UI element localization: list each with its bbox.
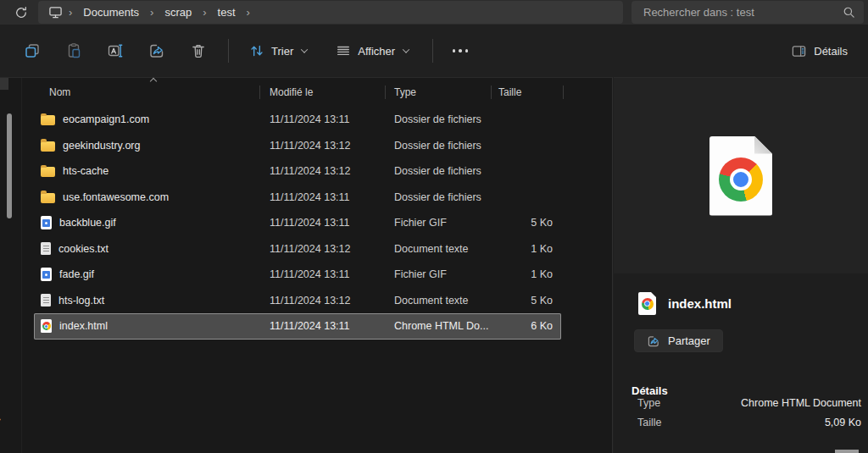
scroll-track-corner: [0, 78, 8, 90]
column-divider[interactable]: [385, 86, 386, 99]
details-section-title: Détails: [632, 384, 868, 397]
file-row-eocampaign1[interactable]: eocampaign1.com 11/11/2024 13:11 Dossier…: [34, 107, 561, 133]
file-row-hts-cache[interactable]: hts-cache 11/11/2024 13:12 Dossier de fi…: [34, 158, 561, 185]
file-name: hts-log.txt: [58, 295, 104, 307]
file-list-pane: Nom Modifié le Type Taille eocampaign1.c…: [0, 77, 613, 453]
column-divider[interactable]: [563, 86, 564, 99]
column-header-name[interactable]: Nom: [34, 86, 260, 98]
file-type: Chrome HTML Do...: [386, 320, 492, 332]
view-icon: [336, 43, 351, 58]
file-modified: 11/11/2024 13:12: [260, 243, 386, 255]
file-name: geekindustry.org: [63, 140, 141, 152]
chevron-right-icon: [198, 6, 210, 19]
sort-icon: [249, 43, 264, 58]
share-file-button[interactable]: Partager: [634, 329, 723, 352]
column-header-size[interactable]: Taille: [492, 86, 564, 98]
column-divider[interactable]: [259, 86, 260, 99]
share-button[interactable]: [142, 36, 172, 66]
column-header-modified[interactable]: Modifié le: [260, 86, 386, 98]
text-file-icon: [41, 242, 51, 255]
file-size: 5 Ko: [492, 217, 561, 229]
file-size: 1 Ko: [492, 243, 561, 255]
details-panel-icon: [791, 43, 807, 59]
folder-icon: [41, 167, 55, 177]
file-row-fade[interactable]: fade.gif 11/11/2024 13:11 Fichier GIF 1 …: [34, 262, 561, 288]
file-row-index-html-selected[interactable]: index.html 11/11/2024 13:11 Chrome HTML …: [34, 313, 561, 340]
refresh-icon: [14, 6, 28, 19]
command-toolbar: Trier Afficher Détails: [0, 25, 868, 77]
chrome-logo-icon: [719, 157, 763, 202]
column-divider[interactable]: [491, 86, 492, 99]
more-options-button[interactable]: [445, 36, 476, 66]
detail-row-type: Type Chrome HTML Document: [637, 397, 861, 417]
share-icon: [148, 42, 165, 59]
file-preview: [614, 78, 868, 273]
file-row-geekindustry[interactable]: geekindustry.org 11/11/2024 13:12 Dossie…: [34, 133, 561, 159]
chevron-right-icon: [64, 6, 76, 19]
chrome-html-icon: [638, 292, 656, 315]
vertical-scrollbar[interactable]: [7, 113, 12, 218]
file-modified: 11/11/2024 13:11: [260, 268, 386, 280]
search-icon[interactable]: [843, 6, 855, 19]
file-modified: 11/11/2024 13:12: [260, 140, 386, 152]
file-type: Fichier GIF: [386, 268, 492, 280]
file-row-hts-log[interactable]: hts-log.txt 11/11/2024 13:12 Document te…: [34, 288, 561, 314]
file-list: eocampaign1.com 11/11/2024 13:11 Dossier…: [34, 107, 561, 340]
chrome-html-icon: [41, 319, 52, 333]
delete-icon: [190, 42, 207, 59]
sort-dropdown[interactable]: Trier: [241, 36, 315, 66]
chevron-right-icon: [242, 6, 254, 19]
file-type: Document texte: [386, 295, 492, 307]
file-size: 5 Ko: [492, 295, 561, 307]
file-row-cookies[interactable]: cookies.txt 11/11/2024 13:12 Document te…: [34, 236, 561, 262]
file-modified: 11/11/2024 13:12: [260, 165, 386, 177]
file-name: fade.gif: [59, 268, 94, 280]
paste-button[interactable]: [58, 36, 89, 66]
file-type: Dossier de fichiers: [386, 165, 492, 177]
view-label: Afficher: [358, 45, 395, 58]
column-header-type[interactable]: Type: [386, 86, 492, 98]
file-row-backblue[interactable]: backblue.gif 11/11/2024 13:11 Fichier GI…: [34, 210, 561, 236]
detail-size-value: 5,09 Ko: [825, 417, 861, 428]
refresh-button[interactable]: [12, 3, 31, 22]
detail-size-label: Taille: [637, 417, 662, 428]
navigation-bar: Documents scrap test: [0, 0, 868, 25]
gif-file-icon: [41, 268, 52, 281]
copy-button[interactable]: [17, 36, 47, 66]
file-row-fontawesome[interactable]: use.fontawesome.com 11/11/2024 13:11 Dos…: [34, 185, 561, 211]
nav-pane-expander[interactable]: [0, 413, 1, 425]
selected-file-header: index.html: [638, 292, 868, 315]
breadcrumb-item-scrap[interactable]: scrap: [158, 3, 198, 21]
folder-icon: [41, 141, 55, 152]
toolbar-divider: [432, 39, 433, 63]
details-scrollbar[interactable]: [835, 450, 859, 453]
details-panel-toggle[interactable]: Détails: [782, 36, 856, 66]
file-name: hts-cache: [63, 165, 108, 177]
delete-button[interactable]: [183, 36, 214, 66]
copy-icon: [24, 42, 41, 59]
search-box[interactable]: [632, 1, 864, 24]
text-file-icon: [41, 294, 51, 307]
file-name: use.fontawesome.com: [63, 191, 169, 203]
share-button-label: Partager: [668, 334, 710, 347]
detail-type-value: Chrome HTML Document: [741, 397, 861, 409]
view-dropdown[interactable]: Afficher: [327, 36, 417, 66]
details-toggle-label: Détails: [814, 45, 848, 58]
file-name: eocampaign1.com: [63, 113, 149, 125]
breadcrumb-item-documents[interactable]: Documents: [76, 3, 146, 21]
breadcrumb-item-test[interactable]: test: [211, 3, 242, 21]
pane-divider: [21, 78, 22, 453]
paste-icon: [65, 42, 82, 59]
toolbar-divider: [228, 39, 229, 63]
file-type: Dossier de fichiers: [386, 140, 492, 152]
search-input[interactable]: [632, 6, 843, 19]
file-type: Dossier de fichiers: [386, 191, 492, 203]
file-modified: 11/11/2024 13:11: [260, 217, 386, 229]
file-modified: 11/11/2024 13:11: [260, 113, 386, 125]
this-pc-icon[interactable]: [48, 5, 63, 19]
sort-label: Trier: [271, 45, 293, 58]
file-size: 6 Ko: [492, 320, 561, 332]
rename-icon: [107, 42, 124, 59]
share-icon: [647, 334, 660, 348]
rename-button[interactable]: [100, 36, 131, 66]
